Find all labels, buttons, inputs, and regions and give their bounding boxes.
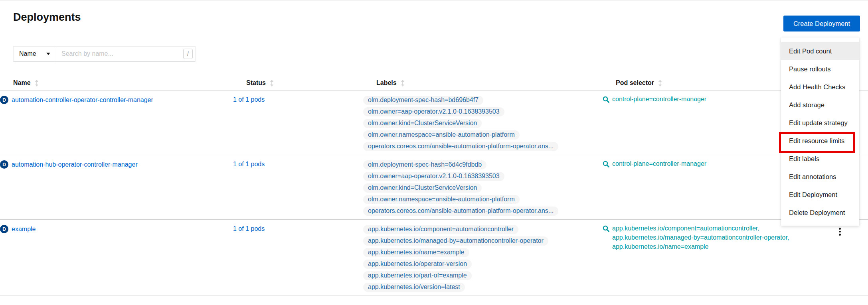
table-header-row: Name Status Labels Pod selector <box>0 76 868 91</box>
label-chip: app.kubernetes.io/version=latest <box>363 283 465 292</box>
deployments-table: Name Status Labels Pod selector D automa… <box>0 76 868 296</box>
label-chip: app.kubernetes.io/component=automationco… <box>363 225 518 234</box>
table-row: D automation-hub-operator-controller-man… <box>0 155 868 220</box>
pod-selector-text: control-plane=controller-manager <box>612 160 706 167</box>
deployment-badge: D <box>0 160 8 169</box>
slash-shortcut-badge: / <box>183 49 193 59</box>
deployment-name-cell: D example <box>0 225 233 233</box>
search-icon <box>603 96 609 104</box>
menu-item-edit-pod-count[interactable]: Edit Pod count <box>781 42 859 60</box>
labels-cell: app.kubernetes.io/component=automationco… <box>363 225 603 292</box>
filter-type-dropdown[interactable]: Name <box>13 46 56 61</box>
menu-item-edit-deployment[interactable]: Edit Deployment <box>781 186 859 204</box>
labels-cell: olm.deployment-spec-hash=6d4c9fdbdb olm.… <box>363 160 603 216</box>
column-header-status[interactable]: Status <box>246 79 376 87</box>
deployment-name-cell: D automation-controller-operator-control… <box>0 96 233 104</box>
filter-type-label: Name <box>19 50 36 57</box>
chevron-down-icon <box>46 53 50 55</box>
search-icon <box>603 225 609 250</box>
menu-item-add-storage[interactable]: Add storage <box>781 96 859 114</box>
status-cell: 1 of 1 pods <box>233 160 363 168</box>
pod-selector-text: app.kubernetes.io/name=example <box>612 243 789 250</box>
menu-item-edit-annotations[interactable]: Edit annotations <box>781 168 859 186</box>
menu-item-delete-deployment[interactable]: Delete Deployment <box>781 204 859 222</box>
column-header-name[interactable]: Name <box>13 79 246 87</box>
label-chip: app.kubernetes.io/name=example <box>363 248 469 257</box>
deployment-name-cell: D automation-hub-operator-controller-man… <box>0 160 233 169</box>
label-chip: olm.owner.kind=ClusterServiceVersion <box>363 183 482 193</box>
label-chip: olm.owner.namespace=ansible-automation-p… <box>363 195 520 204</box>
menu-item-pause-rollouts[interactable]: Pause rollouts <box>781 60 859 78</box>
menu-item-add-health-checks[interactable]: Add Health Checks <box>781 78 859 96</box>
sort-icon <box>270 80 273 87</box>
pod-selector-link[interactable]: app.kubernetes.io/component=automationco… <box>603 225 825 250</box>
page-title: Deployments <box>13 11 81 24</box>
status-cell: 1 of 1 pods <box>233 225 363 232</box>
label-chip: olm.owner=aap-operator.v2.1.0-0.16383935… <box>363 107 504 116</box>
label-chip: olm.owner.namespace=ansible-automation-p… <box>363 130 520 140</box>
deployment-name-link[interactable]: example <box>12 226 36 233</box>
sort-icon <box>658 80 662 87</box>
search-icon <box>603 161 609 169</box>
pod-selector-text: control-plane=controller-manager <box>612 96 706 103</box>
label-chip: app.kubernetes.io/operator-version <box>363 260 472 269</box>
menu-item-edit-update-strategy[interactable]: Edit update strategy <box>781 114 859 132</box>
kebab-menu-icon[interactable] <box>837 226 842 237</box>
label-chip: operators.coreos.com/ansible-automation-… <box>363 207 558 216</box>
pod-selector-text: app.kubernetes.io/component=automationco… <box>612 225 789 232</box>
filter-toolbar: Name / <box>13 46 196 61</box>
deployment-badge: D <box>0 225 8 233</box>
sort-icon <box>401 80 404 87</box>
pods-status-link[interactable]: 1 of 1 pods <box>233 161 265 167</box>
label-chip: app.kubernetes.io/part-of=example <box>363 271 472 280</box>
deployment-name-link[interactable]: automation-hub-operator-controller-manag… <box>12 161 138 168</box>
create-deployment-button[interactable]: Create Deployment <box>783 16 860 31</box>
pods-status-link[interactable]: 1 of 1 pods <box>233 96 265 103</box>
pods-status-link[interactable]: 1 of 1 pods <box>233 225 265 232</box>
label-chip: olm.deployment-spec-hash=6d4c9fdbdb <box>363 160 486 169</box>
label-chip: olm.owner=aap-operator.v2.1.0-0.16383935… <box>363 172 504 181</box>
search-box: / <box>56 46 196 61</box>
pod-selector-text: app.kubernetes.io/managed-by=automationc… <box>612 234 789 241</box>
label-chip: olm.owner.kind=ClusterServiceVersion <box>363 119 482 128</box>
label-chip: app.kubernetes.io/managed-by=automationc… <box>363 236 548 246</box>
deployment-name-link[interactable]: automation-controller-operator-controlle… <box>12 96 153 104</box>
row-actions-menu: Edit Pod count Pause rollouts Add Health… <box>781 37 859 226</box>
column-header-labels[interactable]: Labels <box>376 79 616 87</box>
sort-icon <box>35 80 38 87</box>
table-row: D example 1 of 1 pods app.kubernetes.io/… <box>0 220 868 296</box>
table-row: D automation-controller-operator-control… <box>0 91 868 155</box>
label-chip: olm.deployment-spec-hash=bd696b4f7 <box>363 96 483 105</box>
search-input[interactable] <box>56 46 196 61</box>
deployment-badge: D <box>0 96 8 104</box>
menu-item-edit-labels[interactable]: Edit labels <box>781 150 859 168</box>
status-cell: 1 of 1 pods <box>233 96 363 103</box>
menu-item-edit-resource-limits[interactable]: Edit resource limits <box>781 132 859 150</box>
labels-cell: olm.deployment-spec-hash=bd696b4f7 olm.o… <box>363 96 603 151</box>
label-chip: operators.coreos.com/ansible-automation-… <box>363 142 558 151</box>
